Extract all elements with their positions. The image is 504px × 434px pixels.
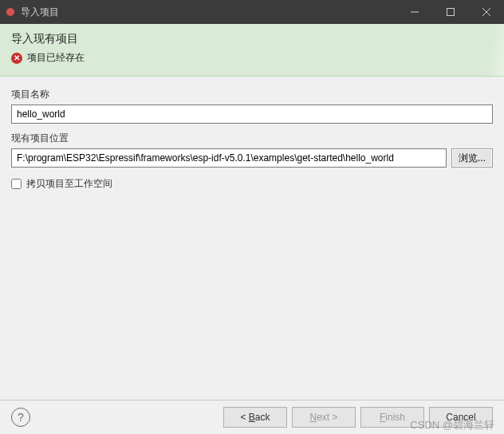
back-prefix: < [240,412,248,423]
close-icon [482,8,490,16]
help-button[interactable]: ? [11,408,30,427]
minimize-button[interactable] [396,0,432,24]
finish-button: Finish [360,407,424,428]
back-mnemonic: B [249,412,255,423]
browse-button[interactable]: 浏览... [451,148,493,168]
next-suffix: ext > [317,412,337,423]
wizard-content: 项目名称 现有项目位置 浏览... 拷贝项目至工作空间 [0,77,504,194]
copy-checkbox-label: 拷贝项目至工作空间 [26,177,112,191]
window-titlebar: 导入项目 [0,0,504,24]
footer-button-group: < Back Next > Finish Cancel [223,407,493,428]
next-mnemonic: N [309,412,317,423]
maximize-icon [447,8,455,16]
finish-suffix: inish [385,412,405,423]
svg-rect-1 [447,9,454,16]
app-icon [6,8,14,16]
maximize-button[interactable] [432,0,468,24]
back-button[interactable]: < Back [223,407,287,428]
wizard-header: 导入现有项目 ✕ 项目已经存在 [0,24,504,77]
error-icon: ✕ [11,53,22,64]
close-button[interactable] [468,0,504,24]
wizard-footer: ? < Back Next > Finish Cancel [0,400,504,434]
minimize-icon [411,8,419,16]
location-row: 浏览... [11,148,493,168]
location-label: 现有项目位置 [11,132,493,145]
project-name-input[interactable] [11,105,493,124]
wizard-error-text: 项目已经存在 [27,51,85,65]
wizard-title: 导入现有项目 [11,32,493,46]
location-input[interactable] [11,148,447,168]
copy-checkbox-row[interactable]: 拷贝项目至工作空间 [11,177,493,191]
next-button: Next > [292,407,356,428]
window-title: 导入项目 [21,6,396,19]
back-suffix: ack [255,412,270,423]
wizard-error-row: ✕ 项目已经存在 [11,51,493,65]
copy-checkbox[interactable] [11,179,22,189]
cancel-button[interactable]: Cancel [429,407,493,428]
project-name-label: 项目名称 [11,88,493,101]
window-controls [396,0,504,24]
